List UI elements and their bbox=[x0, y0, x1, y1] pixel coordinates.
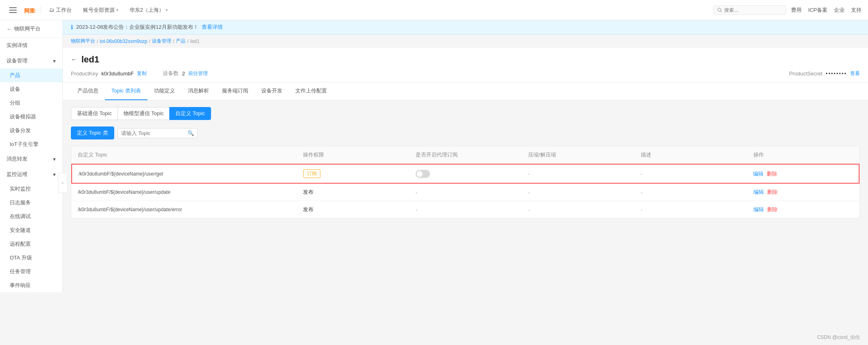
sidebar-item-iot-child-engine[interactable]: IoT子生引擎 bbox=[0, 137, 62, 151]
td-description-3: - bbox=[634, 202, 747, 218]
sidebar-group-device-mgmt[interactable]: 设备管理 ▾ bbox=[0, 53, 62, 69]
main-tabs: 产品信息 Topic 类列表 功能定义 消息解析 服务端订阅 设备开发 文件上传… bbox=[63, 82, 868, 101]
sub-tab-basic-comm[interactable]: 基础通信 Topic bbox=[71, 107, 118, 120]
sub-tab-model-comm[interactable]: 物模型通信 Topic bbox=[117, 107, 170, 120]
sidebar-item-device-distribution[interactable]: 设备分发 bbox=[0, 124, 62, 137]
svg-point-2 bbox=[718, 8, 721, 11]
sidebar-item-group[interactable]: 分组 bbox=[0, 96, 62, 110]
td-action-3: 编辑 删除 bbox=[747, 201, 859, 218]
td-permission-2: 发布 bbox=[296, 184, 409, 201]
search-box[interactable] bbox=[713, 5, 786, 15]
product-key-meta: ProductKey k0r3du8umbF 复制 bbox=[71, 70, 147, 77]
sidebar-item-security-channel[interactable]: 安全隧道 bbox=[0, 223, 62, 237]
sidebar-item-device-simulator[interactable]: 设备模拟器 bbox=[0, 110, 62, 124]
toolbar: 定义 Topic 类 🔍 bbox=[71, 126, 860, 139]
td-description-1: - bbox=[634, 166, 746, 182]
nav-enterprise[interactable]: 企业 bbox=[834, 6, 845, 14]
edit-btn-3[interactable]: 编辑 bbox=[753, 206, 764, 213]
message-forward-collapse-icon: ▾ bbox=[53, 156, 56, 162]
global-search-input[interactable] bbox=[724, 7, 781, 13]
product-secret-view-btn[interactable]: 查看 bbox=[850, 70, 860, 77]
tab-message-parse[interactable]: 消息解析 bbox=[181, 82, 215, 100]
account-caret-icon: ▾ bbox=[116, 8, 118, 12]
sidebar-back-btn[interactable]: ← 物联网平台 bbox=[0, 20, 62, 38]
th-permission: 操作权限 bbox=[296, 146, 409, 163]
sidebar-item-log-service[interactable]: 日志服务 bbox=[0, 196, 62, 210]
sidebar-label-device-mgmt: 设备管理 bbox=[6, 57, 28, 64]
tab-file-upload-config[interactable]: 文件上传配置 bbox=[289, 82, 333, 100]
device-mgmt-collapse-icon: ▾ bbox=[53, 58, 56, 64]
edit-btn-1[interactable]: 编辑 bbox=[753, 170, 763, 178]
region-caret-icon: ▾ bbox=[166, 8, 168, 12]
edit-btn-2[interactable]: 编辑 bbox=[753, 189, 764, 196]
sidebar-item-product[interactable]: 产品 bbox=[0, 69, 62, 82]
nav-support[interactable]: 支持 bbox=[851, 6, 862, 14]
info-icon: ℹ bbox=[71, 24, 73, 30]
sidebar-label-online-debug: 在线调试 bbox=[10, 213, 31, 219]
sub-content: 基础通信 Topic 物模型通信 Topic 自定义 Topic 定义 Topi… bbox=[63, 101, 868, 225]
sidebar-collapse-btn[interactable]: ‹ bbox=[58, 173, 68, 193]
sidebar-label-event-response: 事件响应 bbox=[10, 282, 31, 288]
breadcrumb-sep-4: / bbox=[187, 39, 188, 44]
product-key-copy-btn[interactable]: 复制 bbox=[137, 70, 147, 77]
sidebar-label-device-distribution: 设备分发 bbox=[10, 127, 31, 133]
monitor-ops-collapse-icon: ▾ bbox=[53, 171, 56, 178]
tab-topic-list[interactable]: Topic 类列表 bbox=[105, 82, 147, 100]
breadcrumb-sep-3: / bbox=[173, 39, 174, 44]
announcement-link[interactable]: 查看详情 bbox=[202, 24, 223, 31]
sidebar-item-instance-detail[interactable]: 实例详情 bbox=[0, 38, 62, 53]
page-title-back-icon[interactable]: ← bbox=[71, 56, 77, 63]
sidebar-item-task-management[interactable]: 任务管理 bbox=[0, 265, 62, 279]
page-header: ← led1 ProductKey k0r3du8umbF 复制 设备数 2 前… bbox=[63, 48, 868, 82]
td-action-2: 编辑 删除 bbox=[747, 184, 859, 201]
td-topic-3: /k0r3du8umbF/${deviceName}/user/update/e… bbox=[71, 202, 296, 217]
sub-tab-custom[interactable]: 自定义 Topic bbox=[169, 107, 211, 120]
tab-device-dev[interactable]: 设备开发 bbox=[255, 82, 289, 100]
menu-icon[interactable] bbox=[6, 4, 19, 17]
footer-copyright: CSDN @csnd_伯伦 bbox=[817, 334, 860, 341]
sidebar-item-event-response[interactable]: 事件响应 bbox=[0, 279, 62, 292]
sidebar-label-group: 分组 bbox=[10, 100, 20, 106]
region-nav[interactable]: 华东2（上海） ▾ bbox=[126, 5, 171, 15]
delete-btn-3[interactable]: 删除 bbox=[767, 206, 778, 213]
nav-icp[interactable]: ICP备案 bbox=[808, 6, 827, 14]
topic-search-box[interactable]: 🔍 bbox=[117, 128, 198, 138]
sidebar-item-online-debug[interactable]: 在线调试 bbox=[0, 210, 62, 223]
th-compression: 压缩/解压缩 bbox=[522, 146, 634, 163]
sidebar-group-message-forward[interactable]: 消息转发 ▾ bbox=[0, 151, 62, 167]
breadcrumb-product[interactable]: 产品 bbox=[176, 38, 186, 45]
sidebar: ← 物联网平台 实例详情 设备管理 ▾ 产品 设备 分组 设备模拟器 bbox=[0, 20, 63, 292]
delete-btn-2[interactable]: 删除 bbox=[767, 189, 778, 196]
device-count-manage-link[interactable]: 前往管理 bbox=[188, 70, 208, 77]
search-icon[interactable]: 🔍 bbox=[188, 130, 194, 136]
announcement-text: 2023-12-08发布公告：企业版实例12月新功能发布！ bbox=[76, 24, 198, 31]
aliyun-logo[interactable]: 阿里云 bbox=[24, 6, 36, 14]
define-topic-btn[interactable]: 定义 Topic 类 bbox=[71, 126, 114, 139]
tab-service-subscribe[interactable]: 服务端订阅 bbox=[215, 82, 255, 100]
workbench-nav[interactable]: 🗂 工作台 bbox=[46, 5, 75, 15]
permission-tag-1: 订阅 bbox=[303, 169, 320, 178]
sidebar-label-remote-config: 远程配置 bbox=[10, 241, 31, 247]
delete-btn-1[interactable]: 删除 bbox=[767, 170, 777, 178]
td-proxy-subscribe-1[interactable] bbox=[409, 165, 521, 183]
breadcrumb: 物联网平台 / iot-06x00b32sxm9ozp / 设备管理 / 产品 … bbox=[63, 34, 868, 48]
breadcrumb-instance[interactable]: iot-06x00b32sxm9ozp bbox=[100, 39, 147, 44]
nav-fees[interactable]: 费用 bbox=[791, 6, 802, 14]
sidebar-item-remote-config[interactable]: 远程配置 bbox=[0, 237, 62, 251]
tab-product-info[interactable]: 产品信息 bbox=[71, 82, 105, 100]
product-secret-dots: •••••••• bbox=[826, 71, 847, 77]
breadcrumb-device-mgmt[interactable]: 设备管理 bbox=[152, 38, 171, 45]
sidebar-group-monitor-ops[interactable]: 监控运维 ▾ bbox=[0, 167, 62, 182]
sidebar-item-device[interactable]: 设备 bbox=[0, 82, 62, 96]
nav-right-items: 费用 ICP备案 企业 支持 bbox=[791, 6, 862, 14]
sidebar-item-ota-upgrade[interactable]: OTA 升级 bbox=[0, 251, 62, 265]
sidebar-item-realtime-monitor[interactable]: 实时监控 bbox=[0, 182, 62, 196]
topic-search-input[interactable] bbox=[121, 130, 186, 136]
product-secret-meta: ProductSecret •••••••• 查看 bbox=[789, 70, 860, 77]
tab-function-def[interactable]: 功能定义 bbox=[147, 82, 181, 100]
breadcrumb-iot[interactable]: 物联网平台 bbox=[71, 38, 95, 45]
topic-table: 自定义 Topic 操作权限 是否开启代理订阅 压缩/解压缩 描述 操作 /k0… bbox=[71, 146, 860, 219]
proxy-subscribe-toggle-1[interactable] bbox=[416, 170, 430, 178]
product-key-label: ProductKey bbox=[71, 71, 98, 77]
account-nav[interactable]: 账号全部资源 ▾ bbox=[80, 5, 122, 15]
